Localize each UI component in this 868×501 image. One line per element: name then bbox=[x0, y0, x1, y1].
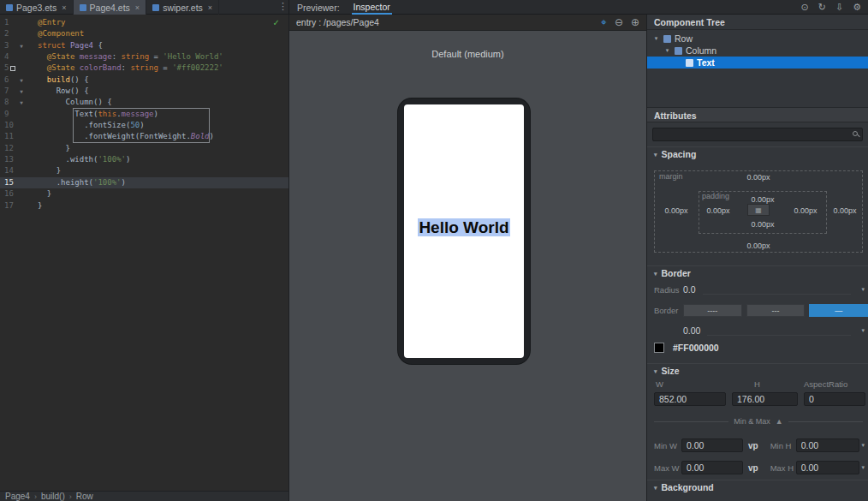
code-line-11[interactable]: 11 .fontWeight(FontWeight.Bold) bbox=[0, 131, 288, 142]
device-screen[interactable]: Hello World bbox=[404, 104, 524, 358]
margin-left-value[interactable]: 0.00px bbox=[654, 206, 699, 215]
box-model-center-button[interactable]: ▦ bbox=[747, 204, 770, 216]
min-width-unit[interactable]: vp bbox=[748, 441, 758, 450]
margin-bottom-value[interactable]: 0.00px bbox=[654, 242, 863, 250]
export-icon[interactable]: ⇩ bbox=[835, 2, 843, 13]
code-line-7[interactable]: 7▼ Row() { bbox=[0, 86, 288, 97]
padding-right-value[interactable]: 0.00px bbox=[786, 206, 825, 215]
tree-node-row[interactable]: ▾Row bbox=[647, 33, 868, 45]
gutter[interactable]: 3▼ bbox=[0, 40, 38, 51]
gutter[interactable]: 4 bbox=[0, 51, 38, 63]
border-style-dashed-button[interactable]: ---- bbox=[683, 304, 742, 317]
breadcrumb-item[interactable]: Row bbox=[76, 492, 93, 501]
chevron-down-icon[interactable]: ▾ bbox=[861, 286, 865, 293]
gutter[interactable]: 6▼ bbox=[0, 75, 38, 86]
gutter[interactable]: 5 bbox=[0, 63, 38, 74]
padding-bottom-value[interactable]: 0.00px bbox=[699, 220, 827, 229]
border-style-dotted-button[interactable]: --- bbox=[746, 304, 806, 317]
max-height-field[interactable] bbox=[796, 461, 859, 474]
gutter-square-marker[interactable] bbox=[10, 66, 15, 71]
chevron-down-icon[interactable]: ▾ bbox=[861, 442, 865, 449]
preview-hello-text[interactable]: Hello World bbox=[418, 218, 509, 236]
editor-tab-Page4-ets[interactable]: Page4.ets× bbox=[74, 0, 147, 15]
code-area[interactable]: 1@Entry2@Component3▼struct Page4 {4 @Sta… bbox=[0, 15, 288, 491]
chevron-down-icon[interactable]: ▾ bbox=[861, 327, 865, 334]
more-tabs-icon[interactable]: ⋮ bbox=[278, 1, 288, 12]
tree-node-column[interactable]: ▾Column bbox=[647, 45, 868, 57]
analysis-check-icon[interactable]: ✓ bbox=[273, 18, 280, 27]
section-background[interactable]: ▾Background bbox=[647, 480, 868, 493]
gutter[interactable]: 8▼ bbox=[0, 97, 38, 108]
breadcrumb-item[interactable]: Page4 bbox=[5, 492, 30, 501]
gutter[interactable]: 2 bbox=[0, 28, 38, 39]
editor-tab-Page3-ets[interactable]: Page3.ets× bbox=[0, 0, 74, 15]
code-line-14[interactable]: 14 } bbox=[0, 165, 288, 176]
section-size[interactable]: ▾Size bbox=[647, 363, 868, 377]
code-line-13[interactable]: 13 .width('100%') bbox=[0, 154, 288, 165]
code-line-8[interactable]: 8▼ Column() { bbox=[0, 97, 288, 108]
gutter[interactable]: 7▼ bbox=[0, 86, 38, 97]
margin-right-value[interactable]: 0.00px bbox=[827, 206, 863, 215]
gutter[interactable]: 17 bbox=[0, 200, 38, 212]
gutter[interactable]: 13 bbox=[0, 154, 38, 165]
chevron-down-icon[interactable]: ▾ bbox=[861, 464, 865, 471]
radius-value[interactable]: 0.0 bbox=[683, 284, 696, 295]
chevron-down-icon[interactable]: ▾ bbox=[663, 47, 671, 54]
fold-icon[interactable]: ▼ bbox=[15, 40, 27, 51]
locate-component-icon[interactable]: ⌖ bbox=[601, 16, 607, 28]
zoom-out-icon[interactable]: ⊖ bbox=[615, 16, 623, 28]
border-width-value[interactable]: 0.00 bbox=[683, 325, 700, 336]
section-spacing[interactable]: ▾Spacing bbox=[647, 146, 868, 160]
close-icon[interactable]: × bbox=[135, 3, 140, 12]
height-field[interactable] bbox=[732, 392, 798, 406]
close-icon[interactable]: × bbox=[208, 3, 212, 12]
zoom-in-icon[interactable]: ⊕ bbox=[631, 16, 639, 28]
fold-icon[interactable]: ▼ bbox=[15, 86, 27, 97]
padding-left-value[interactable]: 0.00px bbox=[699, 206, 738, 215]
gutter[interactable]: 11 bbox=[0, 131, 38, 142]
breadcrumb-item[interactable]: build() bbox=[41, 492, 65, 501]
gear-icon[interactable]: ⚙ bbox=[853, 2, 861, 13]
border-color-hex[interactable]: #FF000000 bbox=[673, 343, 719, 353]
max-width-field[interactable] bbox=[681, 461, 743, 474]
gutter[interactable]: 15 bbox=[0, 177, 38, 188]
code-line-2[interactable]: 2@Component bbox=[0, 28, 288, 39]
color-swatch[interactable] bbox=[654, 343, 664, 353]
code-line-6[interactable]: 6▼ build() { bbox=[0, 75, 288, 86]
code-line-1[interactable]: 1@Entry bbox=[0, 17, 288, 28]
gutter[interactable]: 9 bbox=[0, 109, 38, 120]
max-width-unit[interactable]: vp bbox=[748, 463, 758, 473]
border-style-solid-button[interactable]: — bbox=[809, 304, 868, 317]
code-line-10[interactable]: 10 .fontSize(50) bbox=[0, 120, 288, 131]
margin-top-value[interactable]: 0.00px bbox=[654, 173, 863, 182]
code-line-16[interactable]: 16 } bbox=[0, 188, 288, 200]
fold-icon[interactable]: ▼ bbox=[15, 97, 27, 108]
close-icon[interactable]: × bbox=[62, 3, 66, 12]
min-max-divider[interactable]: Min & Max ▲ bbox=[654, 415, 863, 427]
tree-node-text[interactable]: Text bbox=[647, 57, 868, 69]
gutter[interactable]: 12 bbox=[0, 143, 38, 154]
section-border[interactable]: ▾Border bbox=[647, 265, 868, 279]
aspect-ratio-field[interactable] bbox=[804, 392, 865, 406]
code-line-5[interactable]: 5 @State colorBand: string = '#ff002222' bbox=[0, 63, 288, 74]
editor-tab-swiper-ets[interactable]: swiper.ets× bbox=[146, 0, 219, 15]
tab-inspector[interactable]: Inspector bbox=[352, 0, 392, 15]
code-line-17[interactable]: 17} bbox=[0, 200, 288, 212]
gutter[interactable]: 10 bbox=[0, 120, 38, 131]
search-input[interactable] bbox=[652, 128, 863, 141]
gutter[interactable]: 1 bbox=[0, 17, 38, 28]
fold-icon[interactable]: ▼ bbox=[15, 75, 27, 86]
width-field[interactable] bbox=[654, 392, 726, 406]
min-width-field[interactable] bbox=[681, 438, 743, 452]
gutter[interactable]: 16 bbox=[0, 188, 38, 200]
code-line-3[interactable]: 3▼struct Page4 { bbox=[0, 40, 288, 51]
refresh-icon[interactable]: ↻ bbox=[818, 2, 826, 13]
chevron-down-icon[interactable]: ▾ bbox=[652, 35, 660, 42]
code-line-12[interactable]: 12 } bbox=[0, 143, 288, 154]
code-line-9[interactable]: 9 Text(this.message) bbox=[0, 109, 288, 120]
min-height-field[interactable] bbox=[796, 438, 859, 452]
code-line-4[interactable]: 4 @State message: string = 'Hello World' bbox=[0, 51, 288, 63]
padding-top-value[interactable]: 0.00px bbox=[699, 195, 827, 204]
code-line-15[interactable]: 15 .height('100%') bbox=[0, 177, 288, 188]
preview-eye-icon[interactable]: ⊙ bbox=[800, 2, 808, 13]
